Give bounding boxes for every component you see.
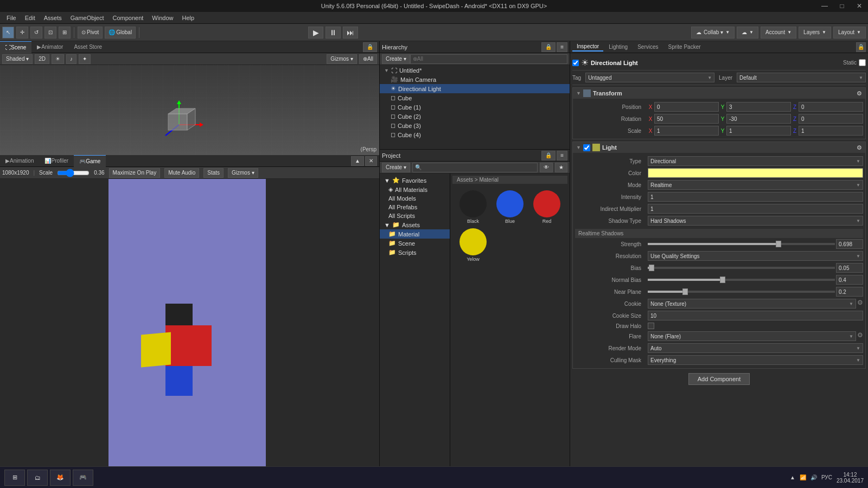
bias-slider[interactable] bbox=[648, 267, 835, 269]
services-tab[interactable]: Services bbox=[633, 43, 662, 51]
hier-item-directional-light[interactable]: ☀ Directional Light bbox=[380, 84, 570, 93]
layer-dropdown[interactable]: Default bbox=[737, 73, 866, 82]
bias-thumb[interactable] bbox=[649, 265, 654, 271]
resolution-dropdown[interactable]: Use Quality Settings bbox=[648, 251, 863, 261]
transform-tool-rect[interactable]: ⊞ bbox=[59, 27, 71, 38]
menu-help[interactable]: Help bbox=[177, 14, 199, 22]
material-yellow[interactable]: Yelow bbox=[457, 228, 489, 262]
light-enable-checkbox[interactable] bbox=[583, 144, 590, 151]
inspector-tab[interactable]: Inspector bbox=[572, 42, 603, 52]
sprite-packer-tab[interactable]: Sprite Packer bbox=[664, 43, 705, 51]
transform-tool-pan[interactable]: ✛ bbox=[16, 27, 28, 38]
strength-field[interactable]: 0.698 bbox=[836, 239, 863, 249]
material-black[interactable]: Black bbox=[457, 190, 489, 224]
step-button[interactable]: ⏭ bbox=[343, 27, 358, 38]
transform-tool-scale[interactable]: ⊡ bbox=[44, 27, 56, 38]
scene-lights-button[interactable]: ☀ bbox=[52, 54, 64, 64]
menu-window[interactable]: Window bbox=[148, 14, 177, 22]
layers-button[interactable]: Layers bbox=[799, 27, 831, 38]
account-button[interactable]: Account bbox=[761, 27, 796, 38]
tag-dropdown[interactable]: Untagged bbox=[585, 73, 714, 82]
close-button[interactable]: ✕ bbox=[851, 0, 868, 12]
scale-z-field[interactable]: 1 bbox=[799, 126, 863, 136]
proj-item-all-materials[interactable]: ◈ All Materials bbox=[380, 185, 450, 194]
menu-edit[interactable]: Edit bbox=[21, 14, 40, 22]
cookie-size-field[interactable]: 10 bbox=[648, 311, 863, 320]
render-mode-dropdown[interactable]: Auto bbox=[648, 343, 863, 353]
transform-comp-header[interactable]: ▼ Transform ⚙ bbox=[573, 88, 865, 99]
menu-file[interactable]: File bbox=[2, 14, 21, 22]
cookie-settings-icon[interactable]: ⚙ bbox=[857, 299, 863, 309]
hier-item-main-camera[interactable]: 🎥 Main Camera bbox=[380, 75, 570, 84]
proj-item-all-prefabs[interactable]: All Prefabs bbox=[380, 203, 450, 211]
maximize-button[interactable]: □ bbox=[833, 0, 851, 12]
stats-btn[interactable]: Stats bbox=[203, 168, 224, 178]
project-star-btn[interactable]: ★ bbox=[555, 163, 567, 172]
inspector-lock-btn[interactable]: 🔒 bbox=[856, 42, 866, 52]
game-close-btn[interactable]: ✕ bbox=[365, 156, 377, 166]
type-dropdown[interactable]: Directional bbox=[648, 156, 863, 166]
cloud-button[interactable]: ☁ bbox=[737, 27, 758, 38]
animation-tab[interactable]: ▶ Animation bbox=[0, 155, 39, 167]
draw-halo-checkbox[interactable] bbox=[648, 323, 654, 329]
menu-assets[interactable]: Assets bbox=[40, 14, 66, 22]
bias-field[interactable]: 0.05 bbox=[836, 263, 863, 273]
collab-button[interactable]: ☁ Collab ▾ bbox=[691, 27, 735, 38]
taskbar-start-btn[interactable]: ⊞ bbox=[4, 470, 25, 486]
2d-button[interactable]: 2D bbox=[35, 54, 49, 64]
global-button[interactable]: 🌐 Global bbox=[105, 27, 136, 38]
pause-button[interactable]: ⏸ bbox=[326, 27, 341, 38]
proj-item-scripts[interactable]: 📁 Scripts bbox=[380, 248, 450, 257]
add-component-button[interactable]: Add Component bbox=[688, 373, 750, 385]
hierarchy-create-btn[interactable]: Create ▾ bbox=[382, 54, 410, 64]
indirect-field[interactable]: 1 bbox=[648, 204, 863, 214]
cookie-dropdown[interactable]: None (Texture) bbox=[648, 299, 856, 309]
near-plane-thumb[interactable] bbox=[682, 288, 688, 295]
realtime-shadows-header[interactable]: Realtime Shadows bbox=[575, 229, 863, 238]
scene-canvas[interactable]: ⟨Persp bbox=[0, 65, 379, 155]
rotation-z-field[interactable]: 0 bbox=[799, 114, 863, 124]
animator-tab[interactable]: ▶ Animator bbox=[31, 41, 68, 53]
game-tab[interactable]: 🎮 Game bbox=[74, 155, 106, 167]
normal-bias-field[interactable]: 0.4 bbox=[836, 275, 863, 285]
material-red[interactable]: Red bbox=[531, 190, 563, 224]
hierarchy-search[interactable] bbox=[410, 54, 567, 64]
hier-item-cube-2[interactable]: ◻ Cube (2) bbox=[380, 112, 570, 121]
transform-settings-icon[interactable]: ⚙ bbox=[857, 90, 862, 97]
project-eye-btn[interactable]: 👁 bbox=[540, 163, 553, 172]
scene-tab[interactable]: ⛶ Scene bbox=[0, 41, 31, 53]
hier-item-cube-3[interactable]: ◻ Cube (3) bbox=[380, 121, 570, 130]
profiler-tab[interactable]: 📊 Profiler bbox=[39, 155, 74, 167]
asset-store-tab[interactable]: Asset Store bbox=[68, 41, 107, 53]
scale-slider[interactable] bbox=[57, 169, 90, 177]
intensity-field[interactable]: 1 bbox=[648, 192, 863, 202]
transform-tool-rotate[interactable]: ↺ bbox=[30, 27, 42, 38]
minimize-button[interactable]: — bbox=[816, 0, 833, 12]
object-active-checkbox[interactable] bbox=[572, 60, 579, 66]
color-swatch[interactable] bbox=[648, 168, 863, 178]
menu-gameobject[interactable]: GameObject bbox=[66, 14, 108, 22]
proj-item-material[interactable]: 📁 Material bbox=[380, 229, 450, 239]
scale-y-field[interactable]: 1 bbox=[726, 126, 791, 136]
scene-lock-button[interactable]: 🔒 bbox=[363, 42, 377, 52]
layout-button[interactable]: Layout bbox=[833, 27, 866, 38]
light-settings-icon[interactable]: ⚙ bbox=[857, 144, 862, 151]
culling-mask-dropdown[interactable]: Everything bbox=[648, 355, 863, 365]
proj-item-assets[interactable]: ▼ 📁 Assets bbox=[380, 220, 450, 229]
scene-fx-button[interactable]: ✦ bbox=[79, 54, 91, 64]
strength-thumb[interactable] bbox=[776, 241, 781, 247]
proj-item-all-scripts[interactable]: All Scripts bbox=[380, 211, 450, 220]
rotation-x-field[interactable]: 50 bbox=[654, 114, 719, 124]
search-all-button[interactable]: ⊕All bbox=[359, 54, 377, 64]
game-maximize-btn[interactable]: ▲ bbox=[351, 156, 364, 166]
project-search[interactable] bbox=[412, 163, 538, 172]
hier-item-cube[interactable]: ◻ Cube bbox=[380, 93, 570, 102]
hierarchy-lock-btn[interactable]: 🔒 bbox=[541, 42, 556, 52]
flare-settings-icon[interactable]: ⚙ bbox=[857, 331, 863, 341]
taskbar-firefox-btn[interactable]: 🦊 bbox=[50, 470, 71, 486]
light-comp-header[interactable]: ▼ Light ⚙ bbox=[573, 142, 865, 153]
shadow-type-dropdown[interactable]: Hard Shadows bbox=[648, 216, 863, 226]
game-gizmos-btn[interactable]: Gizmos ▾ bbox=[228, 168, 258, 178]
flare-dropdown[interactable]: None (Flare) bbox=[648, 331, 856, 341]
material-blue[interactable]: Blue bbox=[494, 190, 526, 224]
